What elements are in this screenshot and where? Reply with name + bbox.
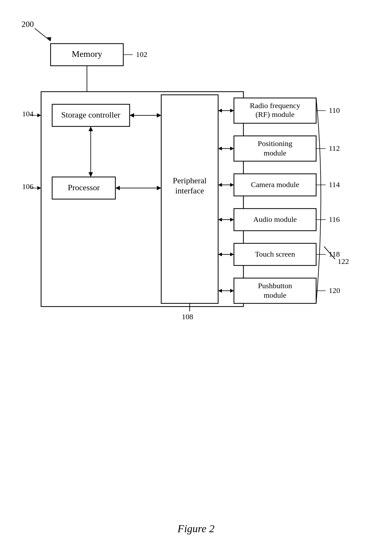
svg-text:Storage controller: Storage controller (61, 110, 120, 119)
svg-text:102: 102 (136, 50, 147, 58)
svg-text:104: 104 (22, 110, 34, 118)
svg-rect-28 (161, 95, 218, 303)
svg-text:interface: interface (175, 186, 204, 195)
svg-text:122: 122 (338, 257, 349, 265)
svg-text:114: 114 (329, 180, 340, 189)
svg-text:120: 120 (329, 286, 340, 295)
diagram-svg: Memory 102 Storage controller 104 Proces… (0, 0, 392, 560)
svg-text:Touch screen: Touch screen (255, 250, 295, 258)
svg-text:110: 110 (329, 106, 340, 114)
svg-text:Processor: Processor (68, 183, 100, 192)
svg-text:module: module (264, 291, 286, 299)
svg-text:Peripheral: Peripheral (173, 176, 207, 185)
svg-line-0 (35, 28, 51, 41)
svg-marker-1 (47, 37, 51, 41)
svg-text:Positioning: Positioning (258, 139, 292, 148)
svg-text:(RF) module: (RF) module (255, 110, 294, 119)
svg-text:108: 108 (182, 313, 193, 321)
svg-text:106: 106 (22, 182, 34, 191)
svg-marker-24 (37, 186, 41, 190)
figure-label: Figure 2 (178, 523, 215, 535)
svg-text:112: 112 (329, 144, 340, 152)
svg-text:Camera module: Camera module (251, 180, 299, 189)
svg-marker-13 (37, 113, 41, 117)
svg-text:Pushbutton: Pushbutton (258, 282, 292, 290)
svg-text:module: module (264, 149, 286, 157)
svg-text:116: 116 (329, 215, 340, 223)
svg-text:Memory: Memory (72, 49, 102, 59)
svg-text:Audio module: Audio module (253, 215, 297, 223)
svg-text:Radio frequency: Radio frequency (250, 101, 300, 110)
